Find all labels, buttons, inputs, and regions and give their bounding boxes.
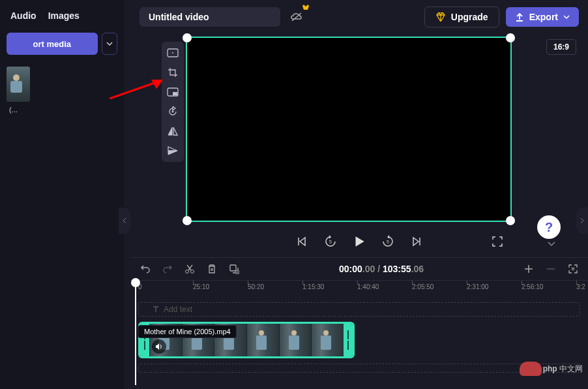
- timeline-ruler[interactable]: 0 25:10 50:20 1:15:30 1:40:40 2:05:50 2:…: [130, 280, 588, 298]
- rotate-tool[interactable]: [164, 104, 181, 119]
- clip-frame: [279, 324, 312, 356]
- clip-volume-icon[interactable]: [152, 339, 166, 354]
- question-icon: ?: [545, 220, 553, 235]
- transport-controls: 5 5: [130, 228, 588, 255]
- duplicate-button[interactable]: [228, 263, 240, 275]
- tab-audio[interactable]: Audio: [10, 10, 37, 21]
- clip-frame: [246, 324, 279, 356]
- redo-button: [162, 263, 173, 275]
- import-dropdown-button[interactable]: [102, 33, 117, 55]
- play-button[interactable]: [352, 234, 366, 249]
- media-tabs: Audio Images: [7, 8, 117, 33]
- svg-point-5: [172, 111, 174, 113]
- svg-text:5: 5: [329, 240, 332, 244]
- cloud-off-icon[interactable]: [287, 7, 306, 27]
- svg-rect-12: [230, 265, 236, 271]
- crop-tool[interactable]: [164, 65, 181, 80]
- chevron-down-icon: [563, 14, 570, 20]
- clip-trim-right[interactable]: [344, 324, 353, 356]
- zoom-in-button[interactable]: [523, 263, 535, 275]
- skip-forward-button[interactable]: [409, 234, 424, 249]
- playhead[interactable]: [135, 283, 136, 385]
- fit-tool[interactable]: [164, 46, 181, 60]
- timeline-toolbar: 00:00.00 / 103:55.06: [130, 257, 588, 280]
- zoom-out-button: [545, 263, 557, 275]
- clip-frame: [311, 324, 344, 356]
- svg-rect-4: [173, 92, 177, 95]
- delete-button[interactable]: [206, 263, 218, 275]
- flip-horizontal-tool[interactable]: [164, 124, 181, 138]
- chevron-down-icon: [106, 40, 113, 47]
- resize-handle-tl[interactable]: [183, 33, 192, 42]
- canvas-toolbox: [162, 42, 184, 162]
- chevron-left-icon: [123, 217, 126, 224]
- project-title-input[interactable]: [140, 7, 280, 27]
- media-sidebar: Audio Images ort media (...: [0, 0, 124, 389]
- flip-vertical-tool[interactable]: [164, 144, 181, 158]
- help-chevron[interactable]: [548, 241, 555, 247]
- text-icon: [152, 305, 160, 313]
- upgrade-button[interactable]: Upgrade: [424, 7, 499, 27]
- collapse-left-button[interactable]: [119, 208, 130, 234]
- resize-handle-bl[interactable]: [183, 216, 192, 225]
- help-button[interactable]: ?: [537, 215, 561, 239]
- timecode-display: 00:00.00 / 103:55.06: [339, 264, 424, 274]
- split-button[interactable]: [184, 263, 196, 275]
- zoom-fit-button[interactable]: [567, 263, 579, 275]
- media-thumbnail[interactable]: [7, 67, 30, 102]
- undo-button[interactable]: [140, 263, 151, 275]
- watermark: php 中文网: [520, 362, 583, 376]
- clip-tooltip: Mother of Mine (2005).mp4: [138, 325, 237, 338]
- premium-badge-icon: [302, 5, 309, 10]
- svg-text:5: 5: [387, 240, 389, 244]
- skip-back-button[interactable]: [295, 234, 309, 249]
- tab-images[interactable]: Images: [48, 10, 80, 21]
- export-button[interactable]: Export: [506, 7, 579, 27]
- empty-track[interactable]: [138, 364, 580, 373]
- svg-point-2: [172, 52, 173, 54]
- resize-handle-br[interactable]: [506, 216, 515, 225]
- text-track-placeholder[interactable]: Add text: [138, 302, 580, 317]
- import-media-button[interactable]: ort media: [7, 33, 98, 55]
- upload-icon: [515, 12, 524, 22]
- media-caption: (...: [9, 106, 117, 114]
- topbar: Upgrade Export: [130, 0, 588, 34]
- diamond-icon: [435, 12, 446, 22]
- fullscreen-button[interactable]: [490, 234, 505, 249]
- elephant-icon: [520, 362, 542, 376]
- pip-tool[interactable]: [164, 85, 181, 99]
- aspect-ratio-button[interactable]: 16:9: [546, 39, 576, 55]
- resize-handle-tr[interactable]: [506, 33, 515, 42]
- svg-point-10: [186, 270, 189, 273]
- rewind-button[interactable]: 5: [323, 234, 338, 249]
- preview-canvas[interactable]: [186, 37, 512, 222]
- forward-button[interactable]: 5: [381, 234, 395, 249]
- chevron-down-icon: [548, 241, 555, 247]
- svg-point-11: [191, 270, 194, 273]
